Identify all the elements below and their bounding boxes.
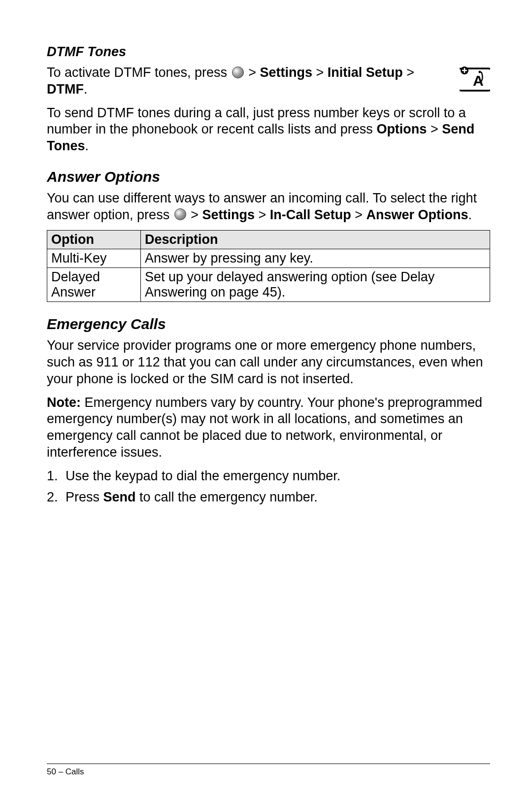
dtmf-paragraph-1: To activate DTMF tones, press > Settings…	[47, 65, 490, 98]
table-cell-description: Answer by pressing any key.	[141, 249, 490, 268]
text: .	[468, 207, 472, 222]
dtmf-heading: DTMF Tones	[47, 44, 490, 60]
emergency-calls-heading: Emergency Calls	[47, 316, 490, 333]
table-header-description: Description	[141, 231, 490, 249]
emergency-paragraph-2: Note: Emergency numbers vary by country.…	[47, 395, 490, 461]
menu-path-settings: Settings	[260, 65, 312, 80]
text: >	[312, 65, 328, 80]
menu-options: Options	[376, 122, 427, 136]
text: >	[245, 65, 260, 80]
text: >	[427, 122, 442, 136]
text: Emergency numbers vary by country. Your …	[47, 395, 482, 460]
navigation-key-icon	[232, 67, 244, 78]
menu-path-incall-setup: In-Call Setup	[270, 207, 351, 222]
menu-path-initial-setup: Initial Setup	[328, 65, 403, 80]
text: .	[84, 82, 88, 97]
table-cell-option: Multi-Key	[47, 249, 141, 268]
table-cell-description: Set up your delayed answering option (se…	[141, 268, 490, 302]
feature-availability-icon: A	[460, 66, 490, 95]
send-key-label: Send	[103, 490, 136, 504]
menu-path-settings: Settings	[202, 207, 255, 222]
list-item: Press Send to call the emergency number.	[47, 489, 490, 506]
menu-path-dtmf: DTMF	[47, 82, 84, 97]
text: >	[403, 65, 414, 80]
note-label: Note:	[47, 395, 81, 410]
text: >	[255, 207, 270, 222]
svg-point-2	[479, 71, 481, 73]
emergency-paragraph-1: Your service provider programs one or mo…	[47, 337, 490, 387]
menu-path-answer-options: Answer Options	[366, 207, 468, 222]
table-row: Multi-Key Answer by pressing any key.	[47, 249, 490, 268]
answer-options-paragraph: You can use different ways to answer an …	[47, 190, 490, 224]
answer-options-heading: Answer Options	[47, 168, 490, 185]
text: to call the emergency number.	[136, 490, 318, 504]
answer-options-table: Option Description Multi-Key Answer by p…	[47, 230, 490, 302]
text: .	[85, 138, 89, 153]
dtmf-paragraph-2: To send DTMF tones during a call, just p…	[47, 105, 490, 155]
text: Press	[66, 490, 103, 504]
page-footer: 50 – Calls	[47, 764, 490, 777]
table-row: Delayed Answer Set up your delayed answe…	[47, 268, 490, 302]
list-item: Use the keypad to dial the emergency num…	[47, 468, 490, 485]
table-cell-option: Delayed Answer	[47, 268, 141, 302]
text: To activate DTMF tones, press	[47, 65, 231, 80]
table-header-row: Option Description	[47, 231, 490, 249]
emergency-steps-list: Use the keypad to dial the emergency num…	[47, 468, 490, 506]
text: >	[187, 207, 202, 222]
text: >	[351, 207, 366, 222]
navigation-key-icon	[174, 208, 186, 220]
table-header-option: Option	[47, 231, 141, 249]
